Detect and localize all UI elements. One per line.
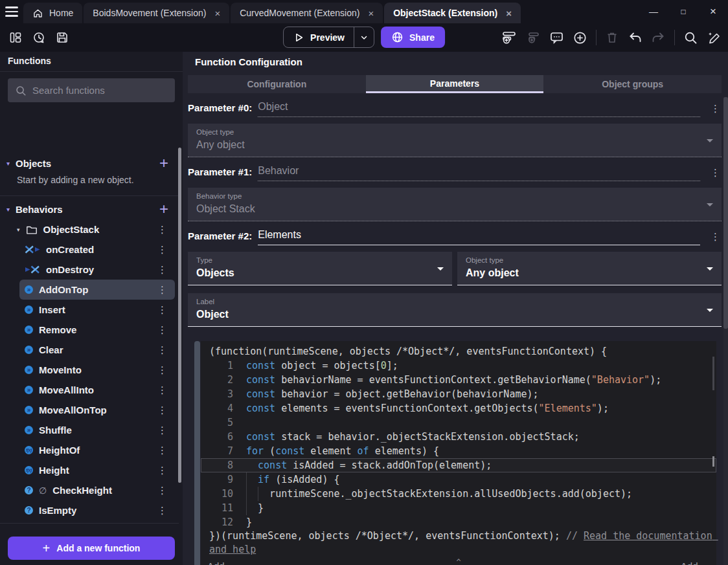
code-text: const isAdded = stack.addOnTop(element); xyxy=(246,458,492,472)
section-objects[interactable]: ▾ Objects + xyxy=(0,153,179,173)
minimize-button[interactable]: — xyxy=(639,0,668,23)
item-menu-button[interactable]: ⋮ xyxy=(156,465,168,475)
item-menu-button[interactable]: ⋮ xyxy=(156,245,168,254)
behavior-function-item-addontop[interactable]: »AddOnTop⋮ xyxy=(19,280,175,300)
behavior-function-item-isempty[interactable]: ?IsEmpty⋮ xyxy=(0,500,179,520)
item-menu-button[interactable]: ⋮ xyxy=(156,225,168,234)
item-menu-button[interactable]: ⋮ xyxy=(156,305,168,315)
tab-configuration[interactable]: Configuration xyxy=(188,75,366,93)
code-text: } xyxy=(246,501,264,515)
tab-label: Object groups xyxy=(602,79,663,89)
window-tab-objectstack-extension-[interactable]: ObjectStack (Extension)× xyxy=(384,3,521,23)
window-tab-home[interactable]: Home xyxy=(23,3,82,23)
parameter-block-2: Parameter #2:Elements⋮TypeObjectsObject … xyxy=(188,229,722,327)
tab-object-groups[interactable]: Object groups xyxy=(543,75,722,93)
behavior-function-item-ondestroy[interactable]: onDestroy⋮ xyxy=(0,260,179,280)
item-menu-button[interactable]: ⋮ xyxy=(156,345,168,355)
behavior-function-item-shuffle[interactable]: »Shuffle⋮ xyxy=(0,420,179,440)
add-new-function-button[interactable]: + Add a new function xyxy=(8,537,175,560)
action-gear-icon: » xyxy=(25,346,33,354)
behavior-function-item-moveinto[interactable]: »MoveInto⋮ xyxy=(0,360,179,380)
behavior-function-item-remove[interactable]: »Remove⋮ xyxy=(0,320,179,340)
item-menu-button[interactable]: ⋮ xyxy=(156,505,168,515)
home-icon xyxy=(32,8,43,19)
tab-parameters[interactable]: Parameters xyxy=(366,75,544,93)
tab-close-icon[interactable]: × xyxy=(214,8,220,19)
line-number: 7 xyxy=(201,444,246,458)
parameter-menu-button[interactable]: ⋮ xyxy=(709,232,722,241)
add-event-icon[interactable] xyxy=(501,30,517,45)
code-text: const behaviorName = eventsFunctionConte… xyxy=(246,373,661,387)
code-footer-text: })(runtimeScene, objects /*Object*/, eve… xyxy=(209,530,566,542)
undo-icon[interactable] xyxy=(628,30,643,45)
menu-icon[interactable] xyxy=(0,0,23,23)
history-icon[interactable] xyxy=(32,31,45,44)
behavior-function-item-moveallinto[interactable]: »MoveAllInto⋮ xyxy=(0,380,179,400)
window-tab-boidsmovement-extension-[interactable]: BoidsMovement (Extension)× xyxy=(84,3,229,23)
search-field[interactable] xyxy=(8,78,175,102)
behavior-items: onCreated⋮onDestroy⋮»AddOnTop⋮»Insert⋮»R… xyxy=(0,239,179,520)
preview-button: Preview xyxy=(283,27,374,48)
chevron-down-icon: ▾ xyxy=(6,206,10,213)
code-editor[interactable]: (function(runtimeScene, objects /*Object… xyxy=(201,341,716,565)
behavior-function-item-insert[interactable]: »Insert⋮ xyxy=(0,300,179,320)
maximize-button[interactable]: □ xyxy=(668,0,698,23)
parameter-field-row: LabelObject xyxy=(188,293,722,327)
close-window-button[interactable]: × xyxy=(698,0,728,23)
item-menu-button[interactable]: ⋮ xyxy=(156,425,168,435)
tab-close-icon[interactable]: × xyxy=(368,8,374,19)
behavior-folder-objectstack[interactable]: ▾ ObjectStack ⋮ xyxy=(0,219,179,239)
item-menu-button[interactable]: ⋮ xyxy=(156,405,168,415)
code-line: 7for (const element of elements) { xyxy=(201,444,716,458)
behavior-function-item-heightof[interactable]: f(x)HeightOf⋮ xyxy=(0,440,179,460)
preview-button-main[interactable]: Preview xyxy=(284,32,354,43)
field-label: Type xyxy=(196,256,433,264)
behavior-function-item-height[interactable]: f(x)Height⋮ xyxy=(0,460,179,480)
code-event-drag-bar[interactable] xyxy=(194,341,200,565)
preview-dropdown-button[interactable] xyxy=(354,33,374,42)
behavior-function-item-checkheight[interactable]: ?∅CheckHeight⋮ xyxy=(0,480,179,500)
sidebar-scrollbar[interactable] xyxy=(178,148,181,483)
item-menu-button[interactable]: ⋮ xyxy=(156,265,168,274)
item-label: onDestroy xyxy=(46,264,150,275)
item-menu-button[interactable]: ⋮ xyxy=(156,385,168,395)
tab-label: BoidsMovement (Extension) xyxy=(93,8,206,18)
select-object-type[interactable]: Object typeAny object xyxy=(457,252,722,285)
window-tab-curvedmovement-extension-[interactable]: CurvedMovement (Extension)× xyxy=(231,3,383,23)
save-icon[interactable] xyxy=(56,31,69,44)
indent-guide xyxy=(258,487,258,501)
editor-scrollbar[interactable] xyxy=(712,357,714,390)
edit-sparkle-icon[interactable] xyxy=(707,30,722,45)
item-menu-button[interactable]: ⋮ xyxy=(156,445,168,455)
add-comment-icon[interactable] xyxy=(549,30,564,45)
code-text: const behavior = object.getBehavior(beha… xyxy=(246,387,539,401)
add-behavior-button[interactable]: + xyxy=(159,203,168,216)
share-button[interactable]: Share xyxy=(381,27,445,48)
dropdown-arrow-icon xyxy=(437,267,444,274)
main-scrollbar[interactable] xyxy=(723,97,728,565)
panels-layout-icon[interactable] xyxy=(9,31,22,44)
condition-gear-icon: ? xyxy=(25,506,33,515)
parameter-menu-button[interactable]: ⋮ xyxy=(709,168,722,177)
item-menu-button[interactable]: ⋮ xyxy=(156,285,168,294)
section-functions[interactable]: ▾ Functions + xyxy=(0,526,179,530)
behavior-function-item-oncreated[interactable]: onCreated⋮ xyxy=(0,239,179,260)
item-menu-button[interactable]: ⋮ xyxy=(156,365,168,375)
code-text: runtimeScene._objectStackExtension.allUs… xyxy=(246,487,632,501)
add-object-button[interactable]: + xyxy=(159,157,168,170)
item-menu-button[interactable]: ⋮ xyxy=(156,325,168,335)
code-text: if (isAdded) { xyxy=(246,472,340,487)
behavior-function-item-moveallontop[interactable]: »MoveAllOnTop⋮ xyxy=(0,400,179,420)
search-input[interactable] xyxy=(32,85,168,96)
parameter-menu-button[interactable]: ⋮ xyxy=(709,104,722,113)
search-icon[interactable] xyxy=(683,30,698,45)
select-type[interactable]: TypeObjects xyxy=(188,252,452,285)
behavior-function-item-clear[interactable]: »Clear⋮ xyxy=(0,340,179,360)
choose-event-icon[interactable] xyxy=(573,30,587,45)
main-scrollbar-thumb[interactable] xyxy=(723,97,728,329)
tab-close-icon[interactable]: × xyxy=(506,8,512,19)
select-label[interactable]: LabelObject xyxy=(188,293,722,327)
section-behaviors[interactable]: ▾ Behaviors + xyxy=(0,199,179,219)
item-menu-button[interactable]: ⋮ xyxy=(156,485,168,495)
parameter-name-input[interactable]: Elements xyxy=(258,229,700,245)
